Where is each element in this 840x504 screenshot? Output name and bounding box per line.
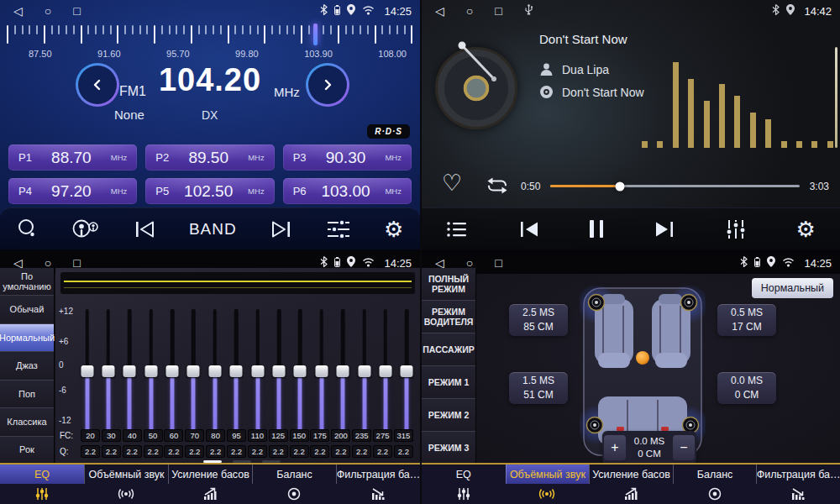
slider-knob[interactable] <box>230 365 243 377</box>
eq-preset-item[interactable]: Рок <box>0 437 54 465</box>
eq-preset-item[interactable]: По умолчанию <box>0 268 54 296</box>
listening-mode-item[interactable]: ПАССАЖИР <box>422 333 475 366</box>
slider-knob[interactable] <box>123 365 136 377</box>
tab-surround[interactable]: Объёмный звук <box>506 465 590 504</box>
slider-knob[interactable] <box>379 365 391 377</box>
preset-button[interactable]: P3 90.30 MHz <box>283 144 412 171</box>
delay-rear-left-button[interactable]: 1.5 MS 51 CM <box>509 372 568 404</box>
preset-button[interactable]: P6 103.00 MHz <box>283 178 412 204</box>
progress-knob[interactable] <box>616 181 625 191</box>
back-button[interactable]: ◁ <box>13 257 23 269</box>
slider-knob[interactable] <box>144 365 157 377</box>
tuner-dial[interactable]: 87.5091.6095.7099.80103.90108.00 <box>0 22 420 62</box>
tab-filter[interactable]: Фильтрация ба… <box>336 465 420 504</box>
band-slider[interactable] <box>81 309 93 435</box>
band-button[interactable]: BAND <box>189 220 237 239</box>
recents-button[interactable]: □ <box>73 5 80 17</box>
back-button[interactable]: ◁ <box>435 5 444 17</box>
band-slider[interactable] <box>294 309 307 435</box>
slider-knob[interactable] <box>251 365 264 377</box>
recents-button[interactable]: □ <box>73 257 80 269</box>
home-button[interactable]: ○ <box>466 257 473 269</box>
decrease-delay-button[interactable]: − <box>673 435 695 460</box>
dx-local-button[interactable] <box>71 218 100 240</box>
slider-knob[interactable] <box>187 365 200 377</box>
tab-balance[interactable]: Баланс <box>252 465 336 504</box>
tab-balance[interactable]: Баланс <box>673 465 757 504</box>
eq-preset-item[interactable]: Нормальный <box>0 324 54 352</box>
increase-delay-button[interactable]: + <box>604 435 626 460</box>
eq-preset-item[interactable]: Обычай <box>0 296 54 323</box>
slider-knob[interactable] <box>81 365 93 377</box>
delay-front-right-button[interactable]: 0.5 MS 17 CM <box>717 304 776 336</box>
scan-button[interactable] <box>17 218 39 240</box>
slider-knob[interactable] <box>102 365 114 377</box>
back-button[interactable]: ◁ <box>13 5 23 17</box>
tab-surround[interactable]: Объёмный звук <box>84 465 168 504</box>
band-slider[interactable] <box>144 309 157 435</box>
recents-button[interactable]: □ <box>495 5 501 17</box>
favorite-button[interactable]: ♡ <box>442 170 462 197</box>
listening-mode-item[interactable]: РЕЖИМ ВОДИТЕЛЯ <box>422 301 475 333</box>
next-track-button[interactable] <box>653 219 676 239</box>
band-slider[interactable] <box>251 309 264 435</box>
progress-bar[interactable] <box>550 185 800 187</box>
settings-button[interactable]: ⚙ <box>384 218 403 240</box>
tune-down-button[interactable] <box>76 63 119 107</box>
previous-track-button[interactable] <box>517 219 541 239</box>
band-slider[interactable] <box>208 309 221 435</box>
eq-preset-item[interactable]: Поп <box>0 381 54 408</box>
recents-button[interactable]: □ <box>495 257 501 269</box>
preset-button[interactable]: P1 88.70 MHz <box>8 144 137 171</box>
band-slider[interactable] <box>187 309 200 435</box>
eq-preset-item[interactable]: Классика <box>0 408 54 436</box>
band-slider[interactable] <box>123 309 136 435</box>
band-slider[interactable] <box>166 309 179 435</box>
listening-mode-item[interactable]: ПОЛНЫЙ РЕЖИМ <box>422 268 475 301</box>
slider-knob[interactable] <box>358 365 370 377</box>
settings-button[interactable]: ⚙ <box>795 218 815 240</box>
seek-down-button[interactable] <box>133 219 156 239</box>
repeat-button[interactable] <box>484 176 511 198</box>
pause-button[interactable] <box>590 220 603 238</box>
home-button[interactable]: ○ <box>466 5 473 17</box>
band-slider[interactable] <box>337 309 349 435</box>
band-slider[interactable] <box>315 309 328 435</box>
listening-mode-item[interactable]: РЕЖИМ 1 <box>422 366 475 399</box>
home-button[interactable]: ○ <box>45 5 51 17</box>
home-button[interactable]: ○ <box>45 257 51 269</box>
back-button[interactable]: ◁ <box>435 257 444 269</box>
tab-eq[interactable]: EQ <box>0 465 84 504</box>
band-slider[interactable] <box>358 309 370 435</box>
profile-button[interactable]: Нормальный <box>752 278 833 298</box>
tab-eq[interactable]: EQ <box>422 465 506 504</box>
tab-bass-boost[interactable]: Усиление басов <box>589 465 673 504</box>
eq-preset-item[interactable]: Джаз <box>0 352 54 380</box>
tune-up-button[interactable] <box>306 63 349 107</box>
band-slider[interactable] <box>379 309 391 435</box>
preset-button[interactable]: P4 97.20 MHz <box>8 178 137 204</box>
listening-mode-item[interactable]: РЕЖИМ 2 <box>422 399 475 432</box>
preset-button[interactable]: P5 102.50 MHz <box>145 178 274 204</box>
slider-knob[interactable] <box>337 365 349 377</box>
tab-bass-boost[interactable]: Усиление басов <box>168 465 252 504</box>
band-slider[interactable] <box>273 309 286 435</box>
slider-knob[interactable] <box>273 365 286 377</box>
playlist-button[interactable] <box>446 220 468 239</box>
seek-up-button[interactable] <box>270 219 293 239</box>
band-slider[interactable] <box>401 309 413 435</box>
slider-knob[interactable] <box>294 365 307 377</box>
listening-mode-item[interactable]: РЕЖИМ 3 <box>422 432 475 465</box>
preset-button[interactable]: P2 89.50 MHz <box>145 144 274 171</box>
slider-knob[interactable] <box>315 365 328 377</box>
slider-knob[interactable] <box>166 365 179 377</box>
slider-knob[interactable] <box>401 365 413 377</box>
tab-filter[interactable]: Фильтрация ба… <box>756 465 840 504</box>
delay-rear-right-button[interactable]: 0.0 MS 0 CM <box>717 372 776 404</box>
slider-knob[interactable] <box>208 365 221 377</box>
delay-front-left-button[interactable]: 2.5 MS 85 CM <box>509 304 568 336</box>
band-slider[interactable] <box>102 309 114 435</box>
eq-settings-button[interactable] <box>326 218 351 240</box>
band-slider[interactable] <box>230 309 243 435</box>
equalizer-button[interactable] <box>725 218 747 240</box>
